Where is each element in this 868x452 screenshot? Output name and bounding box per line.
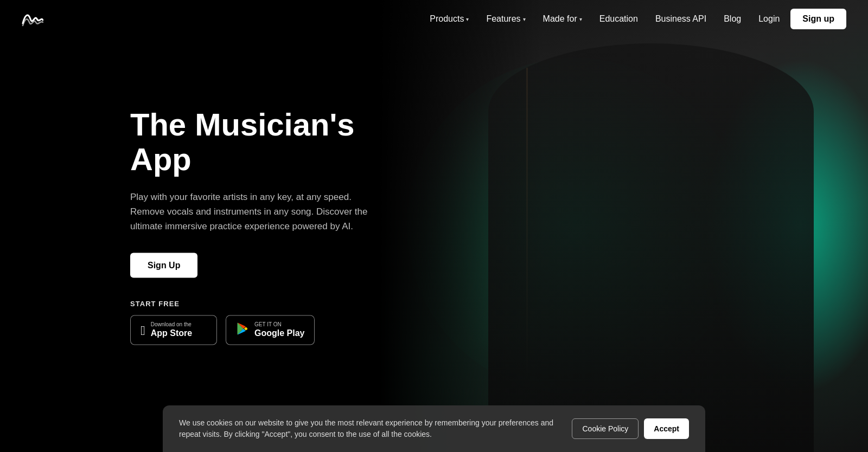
hero-content: The Musician's App Play with your favori… bbox=[130, 107, 401, 345]
nav-link-education[interactable]: Education bbox=[593, 10, 644, 28]
logo[interactable] bbox=[22, 11, 43, 27]
cookie-policy-button[interactable]: Cookie Policy bbox=[572, 418, 639, 439]
start-free-label: START FREE bbox=[130, 300, 401, 308]
nav-link-features[interactable]: Features ▾ bbox=[480, 10, 532, 28]
hero-signup-button[interactable]: Sign Up bbox=[130, 253, 197, 278]
nav-item-products[interactable]: Products ▾ bbox=[423, 10, 475, 28]
chevron-down-icon: ▾ bbox=[466, 16, 469, 22]
nav-item-business-api[interactable]: Business API bbox=[649, 10, 713, 28]
nav-signup-button[interactable]: Sign up bbox=[790, 9, 846, 29]
cookie-buttons: Cookie Policy Accept bbox=[572, 418, 689, 439]
cookie-text: We use cookies on our website to give yo… bbox=[179, 417, 561, 440]
nav-link-login[interactable]: Login bbox=[752, 10, 786, 28]
cookie-accept-button[interactable]: Accept bbox=[644, 418, 689, 439]
nav-item-made-for[interactable]: Made for ▾ bbox=[537, 10, 589, 28]
hero-subtitle: Play with your favorite artists in any k… bbox=[130, 189, 369, 234]
app-store-small-text: Download on the bbox=[151, 321, 192, 328]
nav-link-blog[interactable]: Blog bbox=[717, 10, 748, 28]
cookie-banner: We use cookies on our website to give yo… bbox=[163, 405, 705, 452]
nav-item-signup[interactable]: Sign up bbox=[790, 9, 846, 29]
nav-link-products[interactable]: Products ▾ bbox=[423, 10, 475, 28]
app-store-big-text: App Store bbox=[151, 328, 192, 339]
nav-item-login[interactable]: Login bbox=[752, 10, 786, 28]
logo-icon bbox=[22, 11, 43, 27]
navbar: Products ▾ Features ▾ Made for ▾ Educati… bbox=[0, 0, 868, 38]
app-store-buttons:  Download on the App Store GET IT ON Go… bbox=[130, 315, 401, 345]
app-store-button[interactable]:  Download on the App Store bbox=[130, 315, 217, 345]
chevron-down-icon: ▾ bbox=[523, 16, 526, 22]
google-play-icon bbox=[236, 322, 249, 338]
musician-photo-area bbox=[380, 0, 868, 452]
nav-item-blog[interactable]: Blog bbox=[717, 10, 748, 28]
nav-link-business-api[interactable]: Business API bbox=[649, 10, 713, 28]
hero-title: The Musician's App bbox=[130, 107, 401, 177]
nav-links: Products ▾ Features ▾ Made for ▾ Educati… bbox=[423, 9, 846, 29]
nav-link-made-for[interactable]: Made for ▾ bbox=[537, 10, 589, 28]
nav-item-features[interactable]: Features ▾ bbox=[480, 10, 532, 28]
google-play-button[interactable]: GET IT ON Google Play bbox=[226, 315, 315, 345]
google-play-small-text: GET IT ON bbox=[254, 321, 304, 328]
chevron-down-icon: ▾ bbox=[579, 16, 582, 22]
nav-item-education[interactable]: Education bbox=[593, 10, 644, 28]
google-play-big-text: Google Play bbox=[254, 328, 304, 339]
apple-icon:  bbox=[141, 322, 145, 338]
